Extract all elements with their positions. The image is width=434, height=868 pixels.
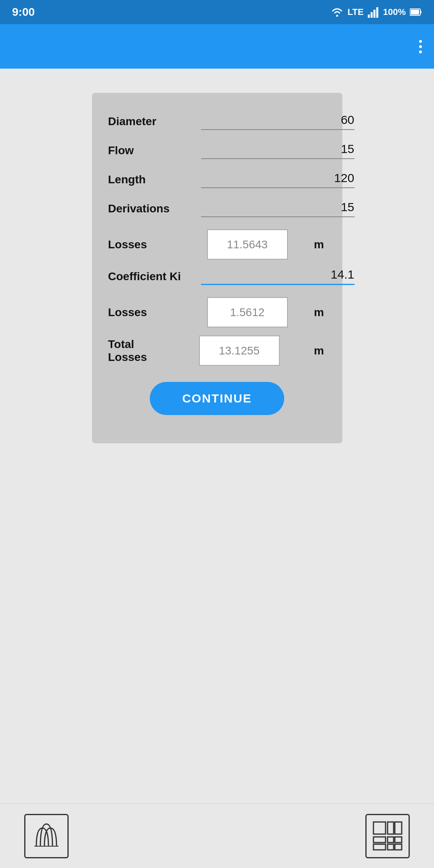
losses2-row: Losses m bbox=[108, 297, 326, 327]
wave-nav-button[interactable] bbox=[24, 814, 69, 858]
svg-rect-1 bbox=[368, 15, 370, 18]
table-icon bbox=[371, 820, 404, 852]
main-content: Diameter Flow Length Derivations Losses … bbox=[0, 69, 434, 468]
svg-rect-12 bbox=[395, 822, 402, 834]
status-bar: 9:00 LTE 100% bbox=[0, 0, 434, 24]
length-row: Length bbox=[108, 171, 326, 192]
svg-rect-17 bbox=[388, 844, 394, 850]
svg-rect-10 bbox=[373, 822, 386, 834]
continue-button[interactable]: CONTINUE bbox=[150, 382, 284, 415]
derivations-label: Derivations bbox=[108, 202, 189, 215]
length-label: Length bbox=[108, 173, 189, 186]
bottom-nav bbox=[0, 803, 434, 868]
flow-label: Flow bbox=[108, 144, 189, 157]
losses1-label: Losses bbox=[108, 238, 189, 251]
svg-rect-18 bbox=[395, 844, 402, 850]
status-icons: LTE 100% bbox=[331, 6, 422, 18]
diameter-label: Diameter bbox=[108, 115, 189, 128]
diameter-row: Diameter bbox=[108, 113, 326, 134]
derivations-row: Derivations bbox=[108, 200, 326, 221]
total-losses-unit: m bbox=[314, 344, 326, 357]
length-input[interactable] bbox=[201, 171, 354, 188]
svg-point-0 bbox=[336, 15, 338, 17]
svg-rect-3 bbox=[373, 10, 375, 18]
svg-rect-2 bbox=[371, 12, 373, 18]
signal-icon bbox=[368, 6, 379, 18]
total-losses-label: Total Losses bbox=[108, 338, 173, 364]
losses2-label: Losses bbox=[108, 306, 189, 319]
svg-rect-4 bbox=[376, 7, 378, 18]
svg-rect-16 bbox=[373, 844, 386, 850]
calculator-card: Diameter Flow Length Derivations Losses … bbox=[92, 93, 342, 443]
lte-label: LTE bbox=[348, 7, 364, 17]
total-losses-input[interactable] bbox=[199, 335, 280, 366]
svg-rect-11 bbox=[388, 822, 394, 834]
svg-rect-14 bbox=[388, 837, 394, 843]
losses1-row: Losses m bbox=[108, 229, 326, 260]
svg-rect-6 bbox=[411, 10, 419, 15]
wifi-icon bbox=[331, 6, 344, 18]
status-time: 9:00 bbox=[12, 6, 35, 19]
coefficient-ki-input[interactable] bbox=[201, 268, 354, 285]
wave-icon bbox=[30, 820, 63, 852]
svg-rect-15 bbox=[395, 837, 402, 843]
flow-row: Flow bbox=[108, 142, 326, 163]
losses1-unit: m bbox=[314, 238, 326, 251]
svg-rect-13 bbox=[373, 837, 386, 843]
app-bar bbox=[0, 24, 434, 69]
losses2-unit: m bbox=[314, 306, 326, 319]
battery-label: 100% bbox=[383, 7, 406, 17]
svg-rect-7 bbox=[420, 11, 421, 13]
losses2-input[interactable] bbox=[207, 297, 288, 327]
coefficient-ki-row: Coefficient Ki bbox=[108, 268, 326, 289]
table-nav-button[interactable] bbox=[365, 814, 410, 858]
losses1-input[interactable] bbox=[207, 229, 288, 260]
battery-icon bbox=[410, 8, 422, 16]
derivations-input[interactable] bbox=[201, 200, 354, 217]
diameter-input[interactable] bbox=[201, 113, 354, 130]
coefficient-ki-label: Coefficient Ki bbox=[108, 270, 189, 283]
more-options-button[interactable] bbox=[419, 40, 422, 53]
total-losses-row: Total Losses m bbox=[108, 335, 326, 366]
flow-input[interactable] bbox=[201, 142, 354, 159]
